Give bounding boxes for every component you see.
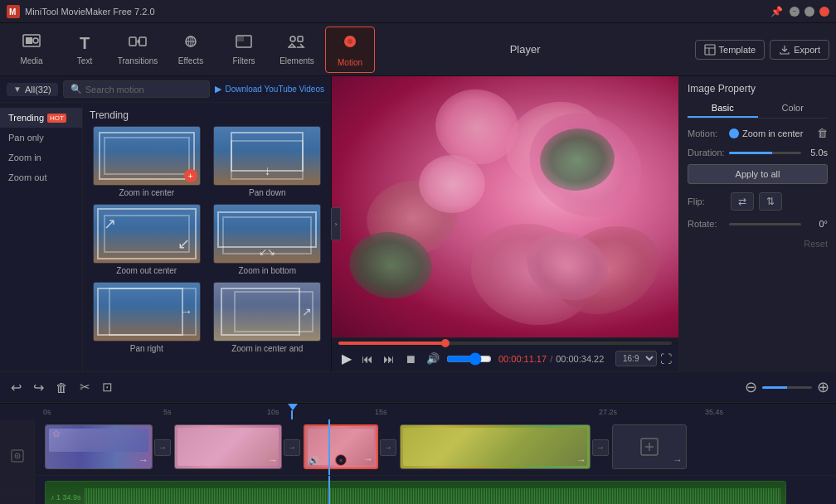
toolbar-media[interactable]: Media: [7, 27, 56, 73]
export-icon: [779, 44, 790, 56]
sidebar-item-zoom-in[interactable]: Zoom in: [0, 148, 82, 167]
toolbar-elements[interactable]: Elements: [272, 27, 322, 73]
grid-item-pan-right[interactable]: → Pan right: [90, 282, 204, 353]
zoom-in-center-and-label: Zoom in center and: [231, 344, 303, 353]
toolbar-effects[interactable]: Effects: [166, 27, 216, 73]
text-label: Text: [77, 56, 92, 65]
volume-slider[interactable]: [446, 352, 492, 366]
crop-button[interactable]: ⊡: [98, 377, 117, 397]
tab-basic[interactable]: Basic: [688, 99, 758, 118]
title-bar: M MiniTool MovieMaker Free 7.2.0 📌 −: [0, 0, 836, 23]
prev-frame-button[interactable]: ⏮: [358, 351, 377, 367]
next-frame-button[interactable]: ⏭: [380, 351, 398, 367]
main-content: ▼ All(32) 🔍 Search motion ▶ Download You…: [0, 76, 836, 371]
elements-label: Elements: [279, 56, 314, 65]
delete-button[interactable]: 🗑: [51, 378, 72, 397]
player-area: ▶ ⏮ ⏭ ⏹ 🔊 00:00:11.17 / 00:00:34.22 16:9…: [332, 76, 678, 371]
flip-label: Flip:: [688, 196, 726, 206]
video-track: 🌸 → → → → × 🔊 →: [35, 419, 836, 476]
volume-button[interactable]: 🔊: [423, 351, 443, 366]
playhead-line: [291, 410, 293, 419]
pan-right-label: Pan right: [130, 344, 163, 353]
redo-button[interactable]: ↪: [29, 377, 48, 398]
undo-button[interactable]: ↩: [7, 377, 26, 398]
download-icon: ▶: [215, 84, 221, 94]
cut-button[interactable]: ✂: [75, 377, 95, 397]
sidebar-item-pan-only[interactable]: Pan only: [0, 128, 82, 148]
fullscreen-button[interactable]: ⛶: [660, 352, 672, 366]
template-button[interactable]: Template: [695, 40, 766, 60]
ruler-content: 0s 5s 10s 15s 27.2s 35.4s: [35, 404, 836, 419]
playhead-audio-track: [328, 476, 330, 504]
main-toolbar: Media T Text Transitions Effects Filters…: [0, 23, 836, 76]
svg-point-4: [33, 38, 38, 43]
elements-icon: [288, 34, 306, 53]
zoom-in-button[interactable]: ⊕: [817, 378, 829, 396]
svg-rect-10: [236, 36, 244, 41]
motion-delete-button[interactable]: 🗑: [817, 127, 828, 139]
toolbar-transitions[interactable]: Transitions: [113, 27, 163, 73]
ruler-0s: 0s: [43, 408, 51, 416]
audio-clip[interactable]: ♪ 1 34.9s: [45, 481, 786, 504]
effects-label: Effects: [178, 56, 203, 65]
grid-item-pan-down[interactable]: ↓ Pan down: [211, 126, 325, 197]
between-arrow-2: →: [284, 439, 300, 456]
pan-down-thumb: ↓: [213, 126, 321, 186]
all-count-badge[interactable]: ▼ All(32): [7, 83, 58, 96]
video-clip-3[interactable]: × 🔊 →: [304, 424, 378, 469]
sidebar-zoomout-label: Zoom out: [8, 172, 46, 182]
export-label: Export: [794, 45, 820, 55]
play-button[interactable]: ▶: [338, 349, 355, 368]
video-clip-4[interactable]: →: [400, 424, 591, 469]
flip-vertical-button[interactable]: ⇅: [759, 192, 782, 211]
rotate-label: Rotate:: [688, 219, 726, 229]
zoom-slider[interactable]: [762, 386, 812, 389]
add-zoom-in-center-btn[interactable]: +: [184, 169, 197, 182]
video-clip-1[interactable]: 🌸 →: [45, 424, 153, 469]
minimize-button[interactable]: −: [790, 7, 800, 17]
toolbar-motion[interactable]: Motion: [325, 27, 375, 73]
svg-point-14: [348, 39, 352, 44]
sidebar-item-zoom-out[interactable]: Zoom out: [0, 167, 82, 187]
grid-item-zoom-in-center[interactable]: + Zoom in center: [90, 126, 204, 197]
grid-item-zoom-out-center[interactable]: ↙ ↗ Zoom out center: [90, 204, 204, 275]
video-clip-5[interactable]: →: [612, 424, 687, 469]
download-label: Download YouTube Videos: [225, 85, 324, 94]
player-right-wrapper: ›: [332, 76, 836, 371]
duration-slider[interactable]: [729, 152, 801, 154]
export-button[interactable]: Export: [770, 40, 829, 60]
download-link[interactable]: ▶ Download YouTube Videos: [215, 84, 324, 94]
left-panel: ▼ All(32) 🔍 Search motion ▶ Download You…: [0, 76, 332, 371]
rotate-slider[interactable]: [729, 223, 801, 225]
pin-icon[interactable]: 📌: [770, 6, 783, 17]
progress-thumb[interactable]: [441, 339, 450, 347]
restore-button[interactable]: [804, 7, 814, 17]
toolbar-filters[interactable]: Filters: [219, 27, 269, 73]
between-arrow-4: →: [592, 439, 609, 456]
ruler-15s: 15s: [375, 408, 387, 416]
tab-color[interactable]: Color: [758, 99, 829, 118]
motion-prop-row: Motion: Zoom in center 🗑: [688, 127, 828, 139]
reset-button[interactable]: Reset: [688, 239, 828, 249]
pan-right-thumb: →: [93, 282, 201, 342]
search-box[interactable]: 🔍 Search motion: [63, 80, 211, 98]
stop-button[interactable]: ⏹: [401, 351, 420, 367]
progress-bar[interactable]: [338, 342, 672, 345]
sidebar-zoomin-label: Zoom in: [8, 153, 41, 162]
hot-badge: HOT: [47, 114, 66, 123]
video-clip-2[interactable]: →: [174, 424, 282, 469]
playhead-triangle: [288, 404, 298, 410]
grid-item-zoom-in-center-and[interactable]: ↗ Zoom in center and: [211, 282, 325, 353]
motion-icon: [341, 32, 359, 55]
zoom-out-button[interactable]: ⊖: [745, 378, 757, 396]
apply-all-button[interactable]: Apply to all: [688, 164, 828, 184]
panel-collapse-button[interactable]: ›: [331, 207, 341, 240]
flip-horizontal-button[interactable]: ⇄: [731, 192, 754, 211]
effects-icon: [182, 34, 200, 53]
grid-item-zoom-in-bottom[interactable]: ↙↘ Zoom in bottom: [211, 204, 325, 275]
aspect-ratio-select[interactable]: 16:9 4:3 1:1: [615, 351, 657, 366]
sidebar-item-trending[interactable]: Trending HOT: [0, 108, 82, 128]
close-button[interactable]: [819, 7, 829, 17]
toolbar-text[interactable]: T Text: [60, 27, 109, 73]
grid-title: Trending: [90, 109, 324, 121]
